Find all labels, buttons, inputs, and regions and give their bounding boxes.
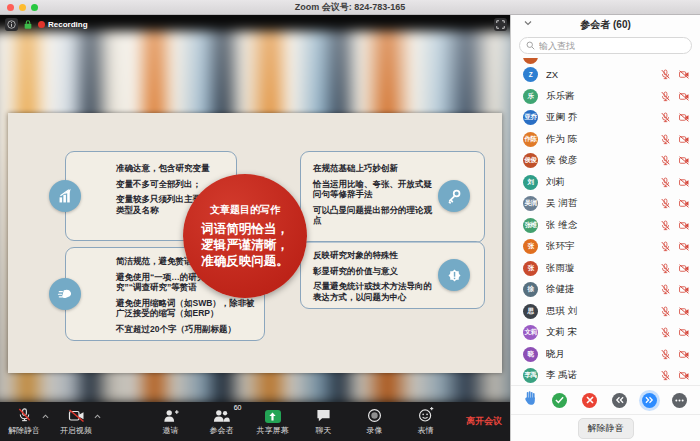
start-video-button[interactable]: 开启视频 [58, 407, 94, 436]
participant-name: 亚阑 乔 [546, 111, 660, 124]
avatar: 张 [523, 261, 538, 276]
participant-name: 刘莉 [546, 176, 660, 189]
record-chat-label: 聊天 [316, 425, 332, 436]
participants-button[interactable]: 60 参会者 [204, 407, 240, 436]
slide-center-line: 准确反映问题。 [183, 253, 307, 269]
participant-row[interactable]: 晓 晓月 [511, 344, 700, 366]
video-off-icon [678, 69, 690, 80]
panel-collapse-chevron-icon[interactable] [524, 20, 532, 26]
video-off-icon [678, 134, 690, 145]
reactions-button[interactable]: 表情 [408, 407, 444, 436]
participant-row[interactable]: Z ZX [511, 64, 700, 86]
record-button[interactable]: 录像 [357, 407, 393, 436]
window-titlebar: Zoom 会议号: 824-783-165 [0, 0, 700, 15]
no-icon[interactable] [582, 393, 597, 408]
participant-name: 李 禹诺 [546, 369, 660, 382]
video-off-icon [678, 349, 690, 360]
search-input[interactable] [539, 41, 685, 51]
avatar: 思 [523, 304, 538, 319]
mic-muted-icon [660, 134, 671, 145]
recording-indicator: Recording [38, 20, 88, 29]
key-icon [438, 180, 470, 212]
participant-name: ZX [546, 69, 660, 80]
video-options-chevron-icon[interactable] [94, 414, 101, 419]
mic-muted-icon [660, 112, 671, 123]
reactions-smiley-icon [418, 407, 434, 423]
participant-name: 作为 陈 [546, 133, 660, 146]
invite-button[interactable]: 邀请 [153, 407, 189, 436]
slide-text: 在规范基础上巧妙创新 [313, 163, 438, 174]
mic-muted-icon [660, 306, 671, 317]
go-faster-icon[interactable] [642, 393, 657, 408]
participants-label: 参会者 [210, 425, 234, 436]
participant-list[interactable]: Z ZX 乐 乐乐酱 亚乔 亚阑 乔 作陈 作为 陈 [511, 58, 700, 385]
participants-icon [213, 407, 230, 423]
participant-row[interactable]: 文莉 文莉 宋 [511, 322, 700, 344]
share-screen-button[interactable]: 共享屏幕 [255, 407, 291, 436]
participant-row[interactable]: 思 思琪 刘 [511, 301, 700, 323]
chat-button[interactable]: 聊天 [306, 407, 342, 436]
invite-label: 邀请 [163, 425, 179, 436]
go-slower-icon[interactable] [612, 393, 627, 408]
window-title: Zoom 会议号: 824-783-165 [0, 1, 700, 14]
mic-options-chevron-icon[interactable] [42, 414, 49, 419]
video-off-icon [678, 263, 690, 274]
mic-muted-icon [660, 155, 671, 166]
participant-search-box[interactable] [519, 37, 692, 54]
unmute-button[interactable]: 解除静音 [6, 407, 42, 436]
participant-row[interactable]: 刘 刘莉 [511, 172, 700, 194]
avatar: 侯俊 [523, 153, 538, 168]
presentation-slide: 准确达意，包含研究变量 变量不多可全部列出； 变量较多只须列出主要变量的类型及名… [8, 113, 502, 373]
participant-name: 文莉 宋 [546, 326, 660, 339]
mic-muted-icon [660, 177, 671, 188]
avatar: 刘 [523, 175, 538, 190]
participant-name: 侯 俊彦 [546, 154, 660, 167]
video-off-icon [678, 370, 690, 381]
participant-row[interactable]: 侯俊 侯 俊彦 [511, 150, 700, 172]
slide-text: 可以凸显问题提出部分的理论观点 [313, 205, 438, 226]
unmute-label: 解除静音 [8, 425, 40, 436]
participant-row[interactable]: 乐 乐乐酱 [511, 86, 700, 108]
yes-icon[interactable] [552, 393, 567, 408]
share-screen-label: 共享屏幕 [257, 425, 289, 436]
participants-panel: 参会者 (60) Z ZX [510, 15, 700, 441]
mic-muted-icon [660, 284, 671, 295]
video-off-icon [678, 220, 690, 231]
video-off-icon [678, 198, 690, 209]
avatar: 晓 [523, 347, 538, 362]
slide-text: 恰当运用比喻、夸张、开放式疑问句等修辞手法 [313, 179, 438, 200]
participant-row[interactable]: 吴润 吴 润哲 [511, 193, 700, 215]
unmute-all-button[interactable]: 解除静音 [578, 418, 634, 439]
video-off-icon [678, 177, 690, 188]
mic-muted-icon [660, 198, 671, 209]
more-options-icon[interactable] [672, 393, 687, 408]
leave-meeting-button[interactable]: 离开会议 [466, 402, 502, 441]
mic-muted-icon [660, 69, 671, 80]
participant-row[interactable]: 亚乔 亚阑 乔 [511, 107, 700, 129]
zoom-window: Zoom 会议号: 824-783-165 Recording [0, 0, 700, 441]
participant-row[interactable]: 张 张环宇 [511, 236, 700, 258]
slide-text: 尽量避免统计或技术方法导向的表达方式，以问题为中心 [313, 281, 438, 302]
mic-muted-icon [660, 370, 671, 381]
reactions-label: 表情 [418, 425, 434, 436]
meeting-info-icon[interactable] [5, 18, 18, 31]
participant-row[interactable]: 李禹 李 禹诺 [511, 365, 700, 385]
slide-text: 不宜超过20个字（巧用副标题） [116, 324, 256, 335]
participant-row[interactable]: 张 张雨璇 [511, 258, 700, 280]
start-video-label: 开启视频 [60, 425, 92, 436]
participant-row[interactable]: 作陈 作为 陈 [511, 129, 700, 151]
chat-bubble-icon [316, 407, 331, 423]
video-off-icon [678, 306, 690, 317]
fullscreen-icon[interactable] [494, 18, 507, 31]
slide-text: 反映研究对象的特殊性 [313, 250, 438, 261]
raise-hand-icon[interactable] [524, 391, 537, 409]
participant-name: 张雨璇 [546, 262, 660, 275]
mic-muted-icon [660, 91, 671, 102]
camera-off-icon [68, 407, 85, 423]
participant-row[interactable]: 徐 徐健捷 [511, 279, 700, 301]
mic-muted-icon [660, 327, 671, 338]
slide-center-title: 文章题目的写作 [183, 203, 307, 217]
badge-exclamation-icon [438, 259, 470, 291]
bar-chart-rising-icon [49, 180, 81, 212]
participant-row[interactable]: 张维 张 维念 [511, 215, 700, 237]
